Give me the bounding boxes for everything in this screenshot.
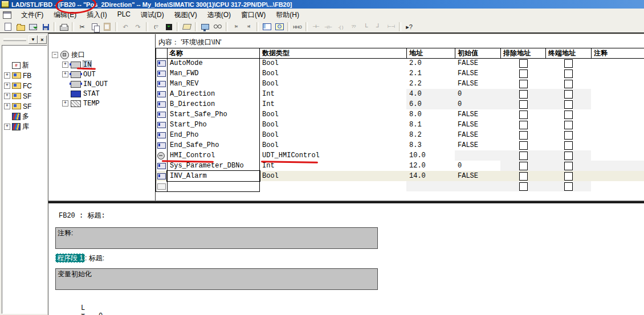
exclude-address-checkbox[interactable]	[519, 90, 528, 99]
comment-cell[interactable]	[591, 89, 644, 99]
paste-button[interactable]	[101, 22, 113, 32]
stl-code-line[interactable]: T #ElementData_DBNo #ElementData_DBNo	[48, 305, 618, 314]
comment-cell[interactable]	[591, 140, 644, 150]
terminal-address-checkbox[interactable]	[564, 59, 573, 68]
menu-file[interactable]: 文件(F)	[16, 9, 48, 21]
stl-code-line[interactable]: L 0	[48, 296, 618, 305]
catalog-item-sfc-blocks[interactable]: + SF	[2, 101, 46, 111]
initial-value-cell[interactable]: FALSE	[455, 68, 500, 79]
panel-dropdown-button[interactable]: ▼	[28, 35, 38, 44]
datatype-cell[interactable]: Bool	[259, 79, 406, 89]
call-structure-button[interactable]: (⁘	[150, 22, 162, 32]
download-button[interactable]	[162, 22, 175, 32]
terminal-address-checkbox[interactable]	[564, 152, 573, 160]
close-branch-button[interactable]: ┘	[372, 22, 385, 32]
column-header-exclude-address[interactable]: 排除地址	[500, 48, 545, 58]
comment-cell[interactable]	[591, 120, 644, 130]
terminal-address-checkbox[interactable]	[564, 141, 573, 150]
terminal-address-checkbox[interactable]	[564, 131, 573, 140]
column-header-datatype[interactable]: 数据类型	[259, 48, 406, 58]
column-header-terminal-address[interactable]: 终端地址	[545, 48, 591, 58]
catalog-item-libraries[interactable]: + 库	[2, 122, 46, 132]
datatype-cell[interactable]: Bool	[259, 58, 406, 68]
name-cell[interactable]: AutoMode	[167, 58, 260, 68]
initial-value-cell[interactable]: 0	[455, 161, 500, 171]
undo-button[interactable]: ↶	[119, 22, 132, 32]
expand-plus-icon[interactable]: +	[62, 62, 68, 68]
comment-cell[interactable]	[591, 68, 644, 79]
new-file-button[interactable]	[2, 22, 14, 32]
open-station-button[interactable]	[27, 22, 39, 32]
datatype-cell[interactable]: Bool	[259, 171, 406, 181]
initial-value-cell[interactable]: FALSE	[455, 171, 500, 181]
exclude-address-checkbox[interactable]	[519, 141, 528, 150]
exclude-address-checkbox[interactable]	[519, 131, 528, 140]
menu-plc[interactable]: PLC	[112, 9, 136, 21]
block-title[interactable]: FB20 : 标题:	[59, 211, 105, 220]
datatype-cell[interactable]: Int	[259, 99, 406, 109]
initial-value-cell[interactable]: FALSE	[455, 58, 500, 68]
name-cell[interactable]: Man_REV	[167, 79, 260, 89]
tree-item-stat[interactable]: + STAT	[62, 89, 100, 98]
name-cell[interactable]	[167, 181, 260, 191]
terminal-address-checkbox[interactable]	[564, 69, 573, 78]
name-cell[interactable]: Man_FWD	[167, 68, 260, 79]
catalog-item-sfb-blocks[interactable]: + SF	[2, 91, 46, 101]
mdi-child-icon[interactable]	[3, 11, 11, 19]
name-cell[interactable]: A_Direction	[167, 89, 260, 99]
column-header-initial[interactable]: 初始值	[455, 48, 500, 58]
open-button[interactable]	[14, 22, 27, 32]
exclude-address-checkbox[interactable]	[519, 152, 528, 160]
initial-value-cell[interactable]: FALSE	[455, 130, 500, 140]
catalog-item-fc-blocks[interactable]: + FC	[2, 81, 46, 91]
initial-value-cell[interactable]: FALSE	[455, 79, 500, 89]
exclude-address-checkbox[interactable]	[519, 69, 528, 78]
datatype-cell[interactable]: Bool	[259, 140, 406, 150]
collapse-minus-icon[interactable]: −	[52, 52, 58, 58]
exclude-address-checkbox[interactable]	[519, 121, 528, 129]
name-cell[interactable]: INV_Alarm	[167, 171, 260, 181]
expand-plus-icon[interactable]: +	[4, 124, 10, 130]
comment-cell[interactable]	[591, 109, 644, 120]
exclude-address-checkbox[interactable]	[519, 162, 528, 170]
exclude-address-checkbox[interactable]	[519, 80, 528, 88]
comment-cell[interactable]	[591, 99, 644, 109]
exclude-address-checkbox[interactable]	[519, 59, 528, 68]
menu-options[interactable]: 选项(O)	[202, 9, 236, 21]
terminal-address-checkbox[interactable]	[564, 121, 573, 129]
panel-grip[interactable]	[3, 38, 26, 41]
expand-plus-icon[interactable]: +	[62, 100, 68, 107]
column-header-name[interactable]: 名称	[167, 48, 260, 58]
datatype-cell[interactable]: Bool	[259, 120, 406, 130]
exclude-address-checkbox[interactable]	[519, 172, 528, 181]
monitor-button[interactable]	[211, 22, 224, 32]
comment-cell[interactable]	[591, 58, 644, 68]
terminal-address-checkbox[interactable]	[564, 80, 573, 88]
tree-item-out[interactable]: + OUT	[62, 70, 96, 79]
symbol-information-button[interactable]	[181, 22, 193, 32]
comment-cell[interactable]	[591, 171, 644, 181]
catalog-item-multi-instances[interactable]: + 多	[2, 112, 46, 121]
name-cell[interactable]: HMI_Control	[167, 150, 260, 161]
open-branch-button[interactable]: └	[360, 22, 372, 32]
insert-network-button[interactable]: ⊢⊣	[385, 22, 397, 32]
initial-value-cell[interactable]: 0	[455, 99, 500, 109]
initial-value-cell[interactable]: 0	[455, 89, 500, 99]
comment-cell[interactable]	[591, 79, 644, 89]
comment-cell[interactable]	[591, 181, 644, 191]
coil-button[interactable]: -( )	[335, 22, 347, 32]
expand-plus-icon[interactable]: +	[4, 83, 10, 89]
initial-value-cell[interactable]	[455, 150, 500, 161]
datatype-cell[interactable]: UDT_HMIControl	[259, 150, 406, 161]
previous-error-button[interactable]: !«	[230, 22, 242, 32]
menu-view[interactable]: 视图(V)	[169, 9, 202, 21]
tree-item-temp[interactable]: + TEMP	[62, 99, 100, 108]
initial-value-cell[interactable]: FALSE	[455, 109, 500, 120]
comment-cell[interactable]	[591, 150, 644, 161]
comment-cell[interactable]	[591, 130, 644, 140]
network-label-highlighted[interactable]: 程序段 1	[55, 253, 85, 263]
datatype-cell[interactable]: Bool	[259, 130, 406, 140]
expand-plus-icon[interactable]: +	[4, 72, 10, 79]
exclude-address-checkbox[interactable]	[519, 100, 528, 109]
help-pointer-button[interactable]: ▸?	[403, 22, 415, 32]
